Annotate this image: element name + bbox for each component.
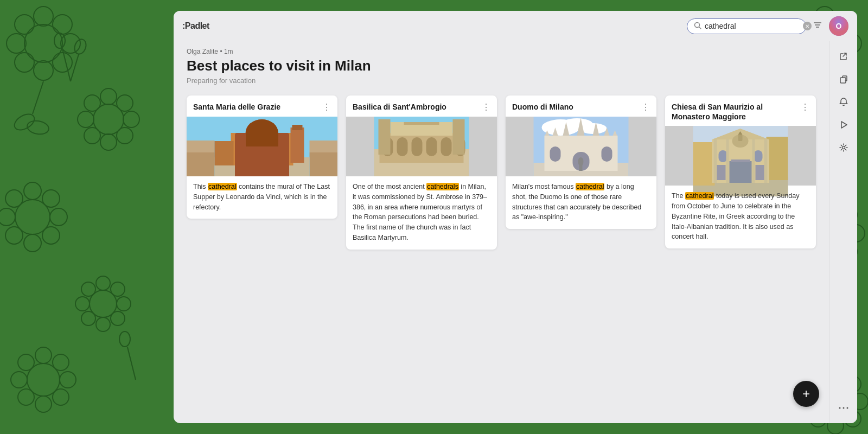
svg-rect-161 [756,165,765,180]
svg-rect-124 [426,137,437,156]
add-icon: + [802,387,810,400]
card1-image [187,117,337,176]
more-options-button[interactable] [834,398,853,418]
card2-menu-button[interactable]: ⋮ [477,102,490,112]
card3-header: Duomo di Milano ⋮ [506,95,656,117]
svg-rect-151 [693,142,715,186]
card4-header: Chiesa di San Maurizio al Monastero Magg… [665,95,816,126]
right-sidebar [829,41,857,423]
svg-rect-117 [292,125,303,130]
card2-highlight1: cathedrals [426,183,459,190]
play-button[interactable] [834,115,853,135]
svg-rect-112 [258,141,266,155]
card4-body: The cathedral today is used every Sunday… [665,186,816,248]
svg-rect-146 [602,146,612,162]
svg-rect-145 [550,146,561,162]
card1-header: Santa Maria delle Grazie ⋮ [187,95,337,117]
svg-rect-109 [231,133,293,165]
card2-header: Basilica di Sant'Ambrogio ⋮ [346,95,497,117]
notifications-button[interactable] [834,92,853,112]
svg-rect-114 [257,152,268,165]
card3-title: Duomo di Milano [512,102,637,112]
card2-title: Basilica di Sant'Ambrogio [353,102,477,112]
top-bar: :Padlet ✕ [174,11,857,41]
card-santa-maria: Santa Maria delle Grazie ⋮ [187,95,337,219]
search-container: ✕ [687,16,848,36]
svg-rect-152 [767,137,788,180]
board-subtitle: Preparing for vacation [187,76,816,85]
card2-image [346,117,497,176]
svg-rect-128 [404,122,439,125]
settings-button[interactable] [834,138,853,157]
card-duomo: Duomo di Milano ⋮ [506,95,656,229]
card4-title: Chiesa di San Maurizio al Monastero Magg… [672,102,796,122]
svg-rect-168 [840,78,846,83]
card-basilica: Basilica di Sant'Ambrogio ⋮ [346,95,497,250]
card3-image [506,117,656,176]
svg-rect-148 [579,164,583,171]
svg-rect-165 [726,139,729,183]
svg-rect-130 [453,119,465,155]
svg-rect-166 [752,139,755,183]
svg-rect-156 [738,135,743,141]
svg-rect-115 [215,141,234,165]
board-author: Olga Zalite • 1m [187,48,816,55]
search-icon [694,22,701,31]
svg-point-170 [842,146,845,149]
board-title: Best places to visit in Milan [187,58,816,74]
avatar[interactable]: O [829,16,848,36]
card4-highlight1: cathedral [685,192,714,200]
svg-rect-116 [291,127,304,163]
main-content: Olga Zalite • 1m Best places to visit in… [174,41,829,423]
card-chiesa: Chiesa di San Maurizio al Monastero Magg… [665,95,816,248]
search-bar: ✕ [687,18,806,34]
svg-rect-122 [397,137,408,156]
svg-point-173 [846,407,848,409]
svg-text:O: O [836,22,842,30]
svg-point-172 [843,407,844,409]
content-area: Olga Zalite • 1m Best places to visit in… [174,41,857,423]
card1-highlight1: cathedral [208,183,237,190]
svg-point-171 [839,407,840,409]
duplicate-button[interactable] [834,69,853,89]
search-input[interactable] [705,22,800,30]
svg-rect-160 [716,165,726,180]
svg-marker-169 [841,122,847,128]
card1-menu-button[interactable]: ⋮ [318,102,331,112]
share-button[interactable] [834,47,853,66]
card4-menu-button[interactable]: ⋮ [796,102,809,112]
svg-rect-125 [441,137,452,156]
svg-line-101 [699,27,701,29]
card1-title: Santa Maria delle Grazie [193,102,318,112]
cards-grid: Santa Maria delle Grazie ⋮ [187,95,816,250]
svg-rect-164 [714,139,717,183]
card4-image [665,126,816,186]
card3-menu-button[interactable]: ⋮ [637,102,650,112]
filter-button[interactable] [810,18,825,34]
app-window: :Padlet ✕ [174,11,857,423]
svg-rect-162 [719,150,727,162]
svg-rect-129 [379,119,391,155]
card2-body: One of the most ancient cathedrals in Mi… [346,176,497,250]
svg-point-110 [246,119,278,146]
card1-body: This cathedral contains the mural of The… [187,176,337,219]
svg-rect-158 [730,161,752,183]
svg-rect-163 [754,150,763,162]
card3-highlight1: cathedral [576,183,604,190]
padlet-logo: :Padlet [182,21,209,31]
svg-rect-111 [245,141,253,155]
add-post-button[interactable]: + [793,381,819,407]
svg-rect-123 [412,137,423,156]
card3-body: Milan's most famous cathedral by a long … [506,176,656,229]
svg-rect-167 [764,139,768,183]
svg-rect-159 [731,159,750,162]
svg-rect-113 [272,141,280,155]
